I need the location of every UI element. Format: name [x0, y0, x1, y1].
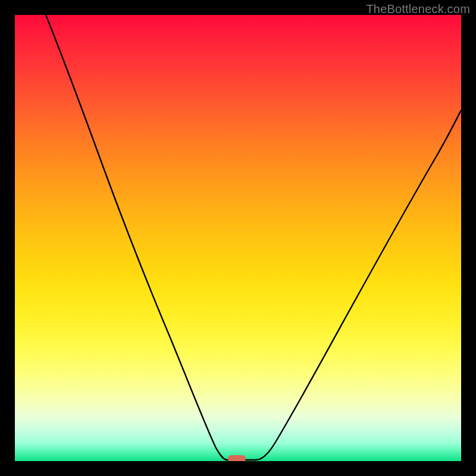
chart-frame: TheBottleneck.com	[0, 0, 476, 476]
optimum-marker	[228, 455, 246, 461]
chart-svg	[15, 15, 461, 461]
bottleneck-curve	[46, 15, 461, 460]
plot-area	[15, 15, 461, 461]
watermark-text: TheBottleneck.com	[366, 2, 470, 16]
